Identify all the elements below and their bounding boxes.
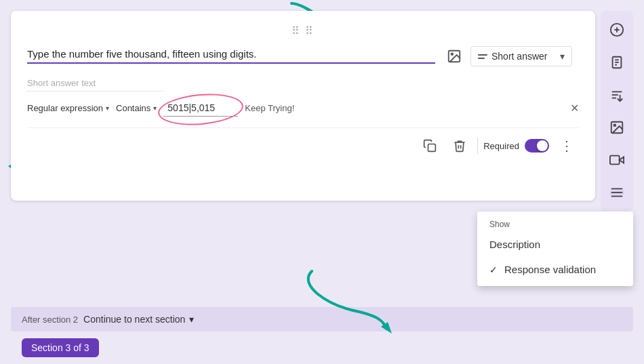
main-area: ⠿ ⠿	[0, 0, 644, 364]
required-toggle[interactable]	[525, 139, 549, 153]
validation-type-label: Regular expression	[27, 103, 103, 113]
error-message: Keep Trying!	[245, 103, 294, 113]
short-answer-placeholder: Short answer text	[27, 78, 163, 92]
import-questions-button[interactable]	[605, 50, 629, 75]
add-image-sidebar-button[interactable]	[605, 115, 629, 140]
dropdown-menu: Show Description ✓ Response validation	[477, 211, 633, 286]
toggle-thumb	[537, 140, 548, 151]
dropdown-show-header: Show	[477, 216, 633, 232]
validation-condition-dropdown[interactable]: Contains ▾	[116, 103, 157, 113]
response-validation-label: Response validation	[504, 264, 596, 275]
continue-select[interactable]: Continue to next section ▾	[83, 314, 194, 325]
question-type-label: Short answer	[491, 51, 547, 62]
svg-point-17	[613, 124, 616, 126]
bottom-area: After section 2 Continue to next section…	[0, 302, 644, 364]
copy-button[interactable]	[418, 134, 442, 158]
continue-chevron: ▾	[189, 314, 194, 325]
card-footer: Required ⋮	[27, 127, 579, 158]
after-section-label: After section 2	[22, 315, 78, 325]
svg-point-4	[451, 53, 453, 55]
add-video-button[interactable]	[605, 148, 629, 172]
question-text-area	[27, 45, 435, 64]
question-row: Short answer ▾	[27, 45, 579, 67]
validation-row: Regular expression ▾ Contains ▾ Keep Try…	[27, 100, 579, 117]
lines-icon	[478, 54, 487, 59]
separator	[477, 138, 478, 154]
svg-rect-19	[610, 156, 620, 165]
description-label: Description	[489, 239, 540, 250]
section-badge: Section 3 of 3	[22, 338, 99, 357]
add-title-button[interactable]	[605, 83, 629, 107]
question-type-select[interactable]: Short answer ▾	[470, 46, 572, 66]
add-section-button[interactable]	[605, 180, 629, 205]
after-section-bar: After section 2 Continue to next section…	[11, 307, 633, 331]
description-menu-item[interactable]: Description	[477, 232, 633, 257]
continue-label: Continue to next section	[83, 314, 185, 325]
validation-type-dropdown[interactable]: Regular expression ▾	[27, 103, 109, 113]
delete-button[interactable]	[447, 134, 472, 158]
response-validation-menu-item[interactable]: ✓ Response validation	[477, 257, 633, 282]
svg-rect-23	[610, 190, 624, 195]
validation-value-input[interactable]	[163, 100, 238, 117]
section-badge-wrapper: Section 3 of 3	[11, 331, 633, 364]
check-icon: ✓	[489, 264, 498, 275]
question-input[interactable]	[27, 45, 435, 64]
validation-condition-chevron: ▾	[153, 104, 157, 112]
svg-marker-18	[620, 157, 624, 163]
required-label: Required	[483, 141, 519, 151]
remove-validation-button[interactable]: ✕	[570, 102, 579, 115]
question-type-area: Short answer ▾	[443, 45, 579, 67]
drag-handle: ⠿ ⠿	[27, 24, 579, 37]
add-question-button[interactable]	[605, 18, 629, 42]
type-chevron-icon: ▾	[560, 51, 565, 62]
add-image-button[interactable]	[443, 45, 465, 67]
more-options-button[interactable]: ⋮	[555, 134, 579, 158]
regex-value-wrapper	[163, 100, 238, 117]
svg-rect-5	[428, 144, 436, 152]
validation-condition-label: Contains	[116, 103, 150, 113]
sidebar	[601, 11, 633, 211]
form-card: ⠿ ⠿	[11, 11, 595, 201]
validation-type-chevron: ▾	[106, 104, 109, 112]
